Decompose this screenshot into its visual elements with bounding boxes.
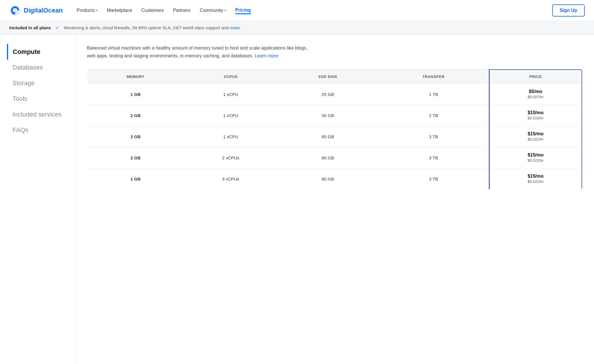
cell-ssd: 25 GB <box>278 84 378 105</box>
included-label: Included in all plans <box>9 25 51 30</box>
check-icon: ✓ <box>55 25 59 30</box>
navbar: DigitalOcean Products ▾ Marketplace Cust… <box>0 0 594 21</box>
cell-memory: 2 GB <box>87 105 184 126</box>
cell-price: $10/mo $0.015/hr <box>489 105 582 126</box>
col-header-transfer: TRANSFER <box>378 70 489 84</box>
cell-memory: 3 GB <box>87 126 184 147</box>
signup-button[interactable]: Sign Up <box>552 4 585 17</box>
table-row: 1 GB 3 vCPUs 60 GB 3 TB $15/mo $0.022/hr <box>87 168 582 190</box>
logo-text: DigitalOcean <box>24 7 63 14</box>
cell-transfer: 1 TB <box>378 84 489 105</box>
main-layout: Compute Databases Storage Tools Included… <box>0 35 594 364</box>
cell-price: $5/mo $0.007/hr <box>489 84 582 105</box>
learn-more-link[interactable]: Learn more <box>255 53 278 58</box>
col-header-vcpus: VCPUS <box>184 70 277 84</box>
sidebar-item-databases[interactable]: Databases <box>7 60 68 75</box>
nav-marketplace[interactable]: Marketplace <box>107 7 132 14</box>
col-header-ssd: SSD DISK <box>278 70 378 84</box>
cell-price: $15/mo $0.022/hr <box>489 147 582 168</box>
cell-ssd: 60 GB <box>278 168 378 190</box>
pricing-table: MEMORY VCPUS SSD DISK TRANSFER PRICE 1 G… <box>87 69 582 190</box>
nav-community[interactable]: Community ▾ <box>200 7 226 14</box>
cell-memory: 1 GB <box>87 84 184 105</box>
svg-rect-1 <box>13 12 15 14</box>
nav-customers[interactable]: Customers <box>141 7 164 14</box>
cell-transfer: 3 TB <box>378 168 489 190</box>
cell-vcpus: 1 vCPU <box>184 126 277 147</box>
cell-vcpus: 1 vCPU <box>184 84 277 105</box>
cell-transfer: 2 TB <box>378 105 489 126</box>
table-row: 2 GB 2 vCPUs 60 GB 3 TB $15/mo $0.022/hr <box>87 147 582 168</box>
chevron-down-icon: ▾ <box>96 9 98 12</box>
cell-transfer: 3 TB <box>378 147 489 168</box>
cell-transfer: 3 TB <box>378 126 489 147</box>
cell-vcpus: 1 vCPU <box>184 105 277 126</box>
nav-pricing[interactable]: Pricing <box>235 6 251 14</box>
sidebar-item-faqs[interactable]: FAQs <box>7 122 68 138</box>
logo-link[interactable]: DigitalOcean <box>9 5 63 16</box>
table-row: 2 GB 1 vCPU 50 GB 2 TB $10/mo $0.015/hr <box>87 105 582 126</box>
cell-memory: 2 GB <box>87 147 184 168</box>
content-description: Balanced virtual machines with a healthy… <box>87 44 313 60</box>
sidebar-item-tools[interactable]: Tools <box>7 91 68 107</box>
included-description: Monitoring & alerts, cloud firewalls, 99… <box>64 25 241 30</box>
cell-vcpus: 2 vCPUs <box>184 147 277 168</box>
cell-ssd: 50 GB <box>278 105 378 126</box>
svg-rect-3 <box>13 14 15 14</box>
table-row: 3 GB 1 vCPU 60 GB 3 TB $15/mo $0.022/hr <box>87 126 582 147</box>
cell-vcpus: 3 vCPUs <box>184 168 277 190</box>
sidebar-item-storage[interactable]: Storage <box>7 75 68 91</box>
cell-price: $15/mo $0.022/hr <box>489 168 582 190</box>
more-link[interactable]: more. <box>230 25 241 30</box>
svg-rect-2 <box>12 12 13 13</box>
table-row: 1 GB 1 vCPU 25 GB 1 TB $5/mo $0.007/hr <box>87 84 582 105</box>
chevron-down-icon: ▾ <box>225 9 226 12</box>
main-content: Balanced virtual machines with a healthy… <box>75 35 594 364</box>
nav-products[interactable]: Products ▾ <box>76 7 97 14</box>
sidebar-item-included-services[interactable]: Included services <box>7 107 68 122</box>
cell-memory: 1 GB <box>87 168 184 190</box>
cell-price: $15/mo $0.022/hr <box>489 126 582 147</box>
cell-ssd: 60 GB <box>278 126 378 147</box>
cell-ssd: 60 GB <box>278 147 378 168</box>
logo-icon <box>9 5 21 16</box>
col-header-memory: MEMORY <box>87 70 184 84</box>
sidebar-item-compute[interactable]: Compute <box>7 44 68 60</box>
sidebar: Compute Databases Storage Tools Included… <box>0 35 75 364</box>
nav-links: Products ▾ Marketplace Customers Partner… <box>76 6 552 14</box>
col-header-price: PRICE <box>489 70 582 84</box>
nav-partners[interactable]: Partners <box>173 7 190 14</box>
included-bar: Included in all plans ✓ Monitoring & ale… <box>0 21 594 35</box>
